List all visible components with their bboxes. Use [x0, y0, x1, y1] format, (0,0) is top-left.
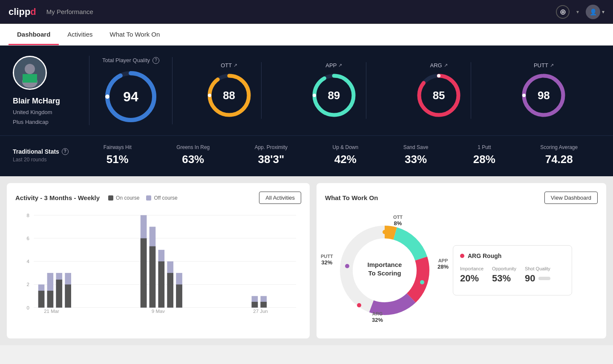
avatar-button[interactable]: 👤 ▾: [586, 5, 604, 19]
importance-label: Importance: [460, 266, 483, 271]
arg-label-text: ARG: [430, 62, 442, 69]
player-name: Blair McHarg: [13, 97, 60, 106]
svg-text:2: 2: [27, 282, 29, 287]
app-proximity-value: 38'3": [255, 153, 288, 166]
arg-card-dot: [460, 254, 464, 258]
sand-save-value: 33%: [403, 153, 429, 166]
avatar: 👤: [586, 5, 600, 19]
arg-opportunity-metric: Opportunity 53%: [492, 266, 516, 284]
tab-dashboard[interactable]: Dashboard: [9, 24, 59, 45]
player-country: United Kingdom: [13, 109, 52, 115]
svg-rect-3: [23, 74, 37, 83]
arg-value: 85: [433, 89, 445, 102]
ott-segment-label: OTT 8%: [393, 214, 403, 227]
wtwo-title: What To Work On: [325, 194, 378, 201]
svg-rect-40: [150, 246, 156, 307]
arg-gauge: 85: [415, 72, 462, 119]
trad-stats-items: Fairways Hit 51% Greens In Reg 63% App. …: [81, 144, 600, 166]
svg-rect-50: [261, 302, 267, 308]
activity-panel: Activity - 3 Months - Weekly On course O…: [7, 183, 310, 338]
activity-panel-title: Activity - 3 Months - Weekly: [15, 194, 100, 201]
svg-text:To Scoring: To Scoring: [368, 269, 401, 277]
up-down-value: 42%: [333, 153, 359, 166]
info-icon[interactable]: ?: [153, 57, 159, 64]
on-course-label: On course: [116, 195, 139, 201]
svg-text:27 Jun: 27 Jun: [253, 309, 268, 313]
importance-value: 20%: [460, 273, 483, 284]
putt-label-text: PUTT: [534, 62, 548, 69]
stats-panel: Blair McHarg United Kingdom Plus Handica…: [0, 46, 613, 135]
player-avatar: [13, 56, 47, 90]
arg-segment-label: ARG 32%: [372, 311, 383, 324]
putt-value: 98: [538, 89, 550, 102]
greens-in-reg-label: Greens In Reg: [176, 144, 210, 150]
stat-1-putt: 1 Putt 28%: [473, 144, 495, 166]
nav: Dashboard Activities What To Work On: [0, 24, 613, 46]
activity-chart-svg: 8 6 4 2 0: [15, 211, 301, 313]
sub-gauge-app: APP ↗ 89: [302, 62, 366, 119]
what-to-work-on-panel: What To Work On View Dashboard: [317, 183, 606, 338]
app-arrow-icon: ↗: [338, 63, 342, 68]
stat-sand-save: Sand Save 33%: [403, 144, 429, 166]
app-value: 89: [328, 89, 340, 102]
svg-text:9 May: 9 May: [152, 309, 165, 313]
header: clippd My Performance ⊕ ▾ 👤 ▾: [0, 0, 613, 24]
sub-gauges: OTT ↗ 88 APP ↗: [173, 62, 600, 119]
add-button[interactable]: ⊕: [556, 5, 570, 19]
app-segment-label: APP 28%: [437, 258, 449, 271]
stat-scoring-avg: Scoring Average 74.28: [540, 144, 578, 166]
header-actions: ⊕ ▾ 👤 ▾: [556, 5, 604, 19]
putt-arrow-icon: ↗: [550, 63, 554, 68]
opportunity-value: 53%: [492, 273, 516, 284]
svg-rect-38: [141, 238, 147, 308]
ott-gauge: 88: [206, 72, 253, 119]
putt-segment-label: PUTT 32%: [321, 253, 333, 267]
sub-gauge-arg: ARG ↗ 85: [407, 62, 471, 119]
view-dashboard-button[interactable]: View Dashboard: [544, 192, 598, 204]
trad-stats-label: Traditional Stats ? Last 20 rounds: [13, 148, 81, 163]
svg-point-62: [345, 264, 349, 268]
up-down-label: Up & Down: [333, 144, 359, 150]
logo: clippd: [9, 6, 36, 17]
shot-quality-bar: [538, 277, 550, 280]
donut-chart-svg: Importance To Scoring: [325, 211, 444, 330]
on-course-dot: [108, 195, 113, 201]
fairways-hit-value: 51%: [104, 153, 132, 166]
activity-chart-area: 8 6 4 2 0: [15, 211, 301, 313]
wtwo-content: Importance To Scoring OTT 8% APP 28% ARG…: [325, 211, 598, 330]
sub-gauge-ott: OTT ↗ 88: [197, 62, 262, 119]
tab-what-to-work-on[interactable]: What To Work On: [101, 24, 169, 45]
svg-rect-42: [158, 261, 165, 308]
chart-legend: On course Off course: [108, 195, 178, 201]
app-label: APP ↗: [325, 62, 342, 69]
app-label-text: APP: [325, 62, 337, 69]
one-putt-value: 28%: [473, 153, 495, 166]
fairways-hit-label: Fairways Hit: [104, 144, 132, 150]
sub-gauge-putt: PUTT ↗ 98: [512, 62, 576, 119]
trad-info-icon[interactable]: ?: [62, 148, 69, 155]
total-quality: Total Player Quality ? 94: [89, 57, 173, 124]
tab-activities[interactable]: Activities: [59, 24, 101, 45]
opportunity-label: Opportunity: [492, 266, 516, 271]
putt-label: PUTT ↗: [534, 62, 554, 69]
arg-shot-quality-metric: Shot Quality 90: [525, 266, 550, 284]
arg-card-title: ARG Rough: [460, 252, 565, 259]
player-info: Blair McHarg United Kingdom Plus Handica…: [13, 56, 89, 125]
off-course-label: Off course: [154, 195, 177, 201]
header-title: My Performance: [46, 8, 556, 15]
gauges-section: Total Player Quality ? 94 OTT ↗: [89, 57, 600, 124]
all-activities-button[interactable]: All Activities: [259, 192, 301, 204]
svg-rect-46: [176, 284, 182, 307]
ott-arrow-icon: ↗: [233, 63, 237, 68]
shot-quality-label: Shot Quality: [525, 266, 550, 271]
wtwo-panel-header: What To Work On View Dashboard: [325, 192, 598, 204]
app-proximity-label: App. Proximity: [255, 144, 288, 150]
scoring-avg-value: 74.28: [540, 153, 578, 166]
svg-rect-48: [252, 302, 258, 308]
sand-save-label: Sand Save: [403, 144, 429, 150]
total-quality-text: Total Player Quality: [102, 57, 150, 63]
arg-rough-card: ARG Rough Importance 20% Opportunity 53%…: [453, 245, 572, 295]
off-course-dot: [146, 195, 151, 201]
player-handicap: Plus Handicap: [13, 119, 49, 125]
stat-fairways-hit: Fairways Hit 51%: [104, 144, 132, 166]
